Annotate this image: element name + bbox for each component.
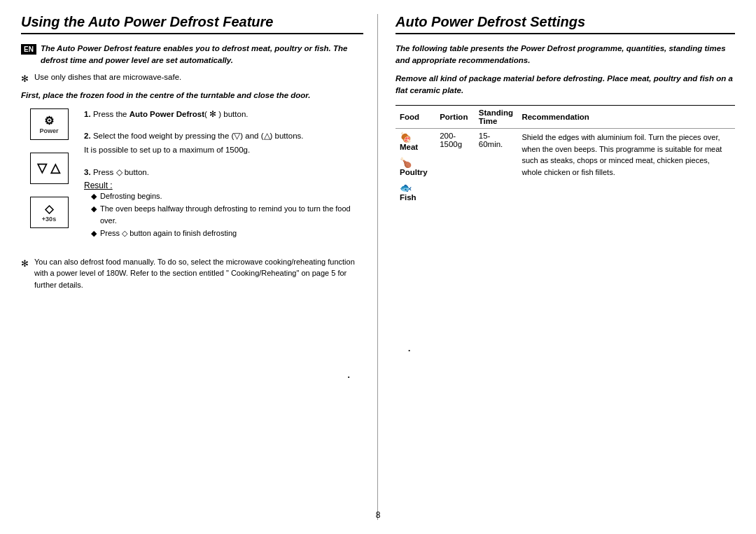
poultry-label: Poultry [400,168,428,176]
dot-left: • [348,374,350,380]
fish-label: Fish [400,193,416,202]
meat-icon: 🍖 [400,132,412,143]
result-row: Result : [84,181,363,190]
manual-note-icon: ✻ [21,257,29,271]
intro-text: The Auto Power Defrost feature enables y… [41,43,363,67]
steps-text: 1. Press the Auto Power Defrost( ✻ ) but… [84,108,363,249]
portion-meat: 200-1500g [435,129,475,155]
result-bullets: ◆ Defrosting begins. ◆ The oven beeps ha… [91,190,363,239]
step-1: 1. Press the Auto Power Defrost( ✻ ) but… [84,108,363,120]
device-icons: ⚙ Power ▽ △ ◇ +30s [21,108,77,249]
bullet-2: ◆ The oven beeps halfway through defrost… [91,203,363,226]
food-meat: 🍖 Meat [396,129,435,155]
food-poultry: 🍗 Poultry [396,154,435,179]
note-icon-1: ✻ [21,73,29,84]
steps-area: ⚙ Power ▽ △ ◇ +30s 1. Press the Aut [21,108,363,249]
col-standing: StandingTime [475,106,518,129]
right-title: Auto Power Defrost Settings [396,14,735,34]
col-portion: Portion [435,106,475,129]
portion-fish [435,179,475,204]
step-3: 3. Press ◇ button. Result : ◆ Defrosting… [84,167,363,239]
right-panel: Auto Power Defrost Settings The followin… [378,14,735,520]
bullet-3: ◆ Press ◇ button again to finish defrost… [91,227,363,239]
recommendation-all: Shield the edges with aluminium foil. Tu… [517,129,735,205]
manual-note: ✻ You can also defrost food manually. To… [21,256,363,291]
left-panel: Using the Auto Power Defrost Feature EN … [21,14,378,520]
right-warning: Remove all kind of package material befo… [396,73,735,97]
en-badge: EN [21,44,36,55]
defrost-table: Food Portion StandingTime Recommendation… [396,105,735,204]
bullet-1: ◆ Defrosting begins. [91,190,363,202]
arrows-icon: ▽ △ [30,153,69,184]
dot-right: • [408,347,410,353]
left-title: Using the Auto Power Defrost Feature [21,14,363,34]
power-button-icon: ⚙ Power [30,108,69,140]
standing-fish [475,179,518,204]
table-row-meat: 🍖 Meat 200-1500g 15-60min. Shield the ed… [396,129,735,155]
poultry-icon: 🍗 [400,157,412,168]
manual-note-text: You can also defrost food manually. To d… [34,256,363,291]
note-1: ✻ Use only dishes that are microwave-saf… [21,73,363,84]
portion-poultry [435,154,475,179]
table-header-row: Food Portion StandingTime Recommendation [396,106,735,129]
note-2-text: First, place the frozen food in the cent… [21,90,363,101]
col-food: Food [396,106,435,129]
standing-poultry [475,154,518,179]
step-2: 2. Select the food weight by pressing th… [84,130,363,157]
start-button-icon: ◇ +30s [30,197,69,228]
food-fish: 🐟 Fish [396,179,435,204]
fish-icon: 🐟 [400,182,412,193]
standing-meat: 15-60min. [475,129,518,155]
page-number: 8 [376,510,381,520]
right-intro: The following table presents the Power D… [396,43,735,67]
note-1-text: Use only dishes that are microwave-safe. [34,73,181,81]
meat-label: Meat [400,143,418,151]
col-recommendation: Recommendation [517,106,735,129]
